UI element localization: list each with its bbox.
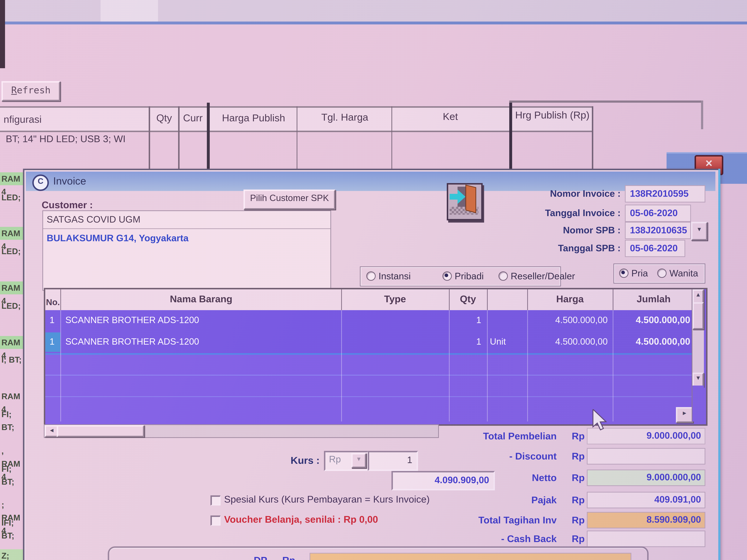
row-harga: 4.500.000,00 (527, 315, 608, 325)
radio-pria[interactable] (619, 268, 628, 278)
customer-address[interactable]: BULAKSUMUR G14, Yogyakarta (43, 229, 330, 243)
nomor-invoice-field[interactable]: 138R2010595 (625, 185, 705, 203)
sidebar-item[interactable]: RAM 4 (0, 227, 24, 240)
sidebar-item[interactable]: FI; BT; (0, 462, 24, 475)
kurs-dropdown-button[interactable]: ▼ (351, 453, 366, 468)
pajak-label: Pajak (413, 495, 557, 505)
customer-name-field[interactable]: SATGAS COVID UGM (43, 211, 330, 229)
screen-edge-line (718, 169, 720, 560)
spesial-kurs-label[interactable]: Spesial Kurs (Kurs Pembayaran = Kurs Inv… (224, 494, 430, 505)
total-pembelian-label: Total Pembelian (413, 431, 557, 442)
bg-colline (391, 106, 392, 169)
exit-button[interactable] (447, 183, 483, 220)
row-nama: SCANNER BROTHER ADS-1200 (66, 315, 199, 325)
row-no: 1 (50, 337, 55, 347)
netto-field: 9.000.000,00 (587, 470, 705, 486)
table-row[interactable]: 1 SCANNER BROTHER ADS-1200 1 Unit 4.500.… (45, 332, 692, 355)
row-nama: SCANNER BROTHER ADS-1200 (66, 337, 199, 347)
pilih-customer-spk-button[interactable]: Pilih Customer SPK (243, 190, 335, 210)
sidebar-item[interactable]: FI; BT; (0, 408, 24, 421)
grid-header-type[interactable]: Type (341, 294, 449, 304)
items-grid: No. Nama Barang Type Qty Harga Jumlah 1 … (44, 288, 707, 426)
grid-header-nama-barang[interactable]: Nama Barang (61, 294, 341, 304)
sidebar-item[interactable]: LED; (0, 299, 24, 312)
table-row[interactable]: 1 SCANNER BROTHER ADS-1200 1 4.500.000,0… (45, 310, 692, 333)
sidebar-item[interactable]: RAM 4 (0, 336, 24, 349)
sidebar-item[interactable]: Z; RAM 4 (0, 549, 24, 560)
radio-wanita[interactable] (657, 268, 667, 278)
bg-table-rightline (701, 101, 703, 129)
sidebar-item[interactable]: LED; (0, 191, 24, 204)
kurs-currency-select[interactable]: Rp ▼ (324, 451, 368, 471)
sidebar-item[interactable]: I; BT; (0, 353, 24, 366)
grid-scroll-right-button[interactable]: ► (676, 407, 693, 423)
sidebar-item[interactable]: LED; (0, 245, 24, 258)
vscroll-thumb[interactable] (692, 302, 704, 329)
grid-hscrollbar[interactable]: ◄ (44, 424, 439, 438)
total-tagihan-inv-cur: Rp (567, 515, 585, 526)
voucher-belanja-label[interactable]: Voucher Belanja, senilai : Rp 0,00 (224, 514, 378, 525)
row-qty: 1 (449, 315, 481, 325)
app-icon: C (32, 175, 49, 191)
row-sat: Unit (490, 337, 506, 347)
bg-colline (297, 106, 298, 169)
grid-header-no[interactable]: No. (46, 297, 60, 307)
radio-reseller-dealer-label[interactable]: Reseller/Dealer (511, 271, 575, 282)
mouse-cursor (592, 409, 608, 431)
nomor-spb-dropdown-button[interactable]: ▼ (691, 222, 707, 241)
total-tagihan-inv-field: 8.590.909,00 (587, 512, 705, 528)
bg-row-config: BT; 14" HD LED; USB 3; WI (6, 134, 126, 144)
dp-label: DP (196, 555, 267, 560)
bg-colline (592, 106, 593, 169)
row-jumlah: 4.500.000,00 (613, 315, 690, 325)
sidebar-item[interactable]: ; RAM 4 (0, 498, 24, 511)
spesial-kurs-checkbox[interactable] (210, 496, 221, 505)
dp-field[interactable] (310, 553, 632, 560)
tanggal-invoice-field[interactable]: 05-06-2020 (625, 205, 691, 222)
radio-wanita-label[interactable]: Wanita (669, 268, 698, 278)
radio-reseller-dealer[interactable] (498, 271, 508, 281)
radio-pria-label[interactable]: Pria (632, 268, 648, 278)
sidebar-item[interactable]: RAM 4 (0, 172, 24, 185)
customer-box: SATGAS COVID UGM BULAKSUMUR G14, Yogyaka… (42, 210, 331, 291)
nomor-spb-field[interactable]: 138J2010635 (625, 222, 691, 239)
refresh-button[interactable]: Refresh (1, 81, 60, 101)
exit-arrow-head (458, 190, 465, 204)
top-band-highlight (101, 0, 158, 22)
grid-header-harga[interactable]: Harga (527, 294, 613, 304)
grid-header-qty[interactable]: Qty (449, 294, 487, 304)
bg-table-topline (509, 101, 703, 103)
bg-col-tgl-harga: Tgl. Harga (300, 111, 390, 123)
tanggal-invoice-label: Tanggal Invoice : (491, 208, 621, 218)
bg-colline (207, 103, 210, 169)
sidebar-item[interactable]: IFI; BT; (0, 516, 24, 529)
sidebar-item[interactable]: RAM 4 (0, 282, 24, 294)
voucher-belanja-checkbox[interactable] (210, 515, 221, 526)
radio-pribadi-label[interactable]: Pribadi (455, 271, 484, 282)
nomor-invoice-label: Nomor Invoice : (491, 188, 621, 199)
radio-instansi[interactable] (366, 271, 376, 281)
hscroll-thumb[interactable] (57, 425, 145, 437)
grid-header-jumlah[interactable]: Jumlah (613, 294, 695, 304)
tanggal-spb-field[interactable]: 05-06-2020 (625, 240, 685, 257)
scroll-down-button[interactable]: ▼ (692, 373, 704, 387)
discount-field[interactable] (587, 448, 705, 464)
radio-pribadi[interactable] (442, 271, 452, 281)
netto-cur: Rp (567, 473, 585, 483)
total-tagihan-inv-label: Total Tagihan Inv (413, 515, 557, 526)
pajak-field: 409.091,00 (587, 492, 705, 508)
kurs-value-field[interactable]: 1 (368, 451, 418, 471)
scroll-up-button[interactable]: ▲ (692, 289, 704, 304)
radio-instansi-label[interactable]: Instansi (379, 271, 411, 282)
bg-col-curr: Curr (180, 112, 206, 124)
sidebar-item[interactable]: RAM 4 (0, 390, 24, 403)
cash-back-label: - Cash Back (413, 533, 557, 544)
grid-body: 1 SCANNER BROTHER ADS-1200 1 4.500.000,0… (45, 310, 692, 422)
cash-back-field[interactable] (587, 531, 705, 547)
grid-vscrollbar[interactable]: ▲ ▼ (692, 289, 704, 422)
screen-photo: Refresh nfigurasi Qty Curr Harga Publish… (0, 0, 747, 560)
grid-header: No. Nama Barang Type Qty Harga Jumlah (45, 289, 703, 312)
invoice-dialog: C Invoice Pilih Customer SPK Customer : … (23, 169, 720, 560)
gender-group: Pria Wanita (613, 264, 705, 284)
sidebar-item[interactable]: , RAM 4 (0, 445, 24, 457)
